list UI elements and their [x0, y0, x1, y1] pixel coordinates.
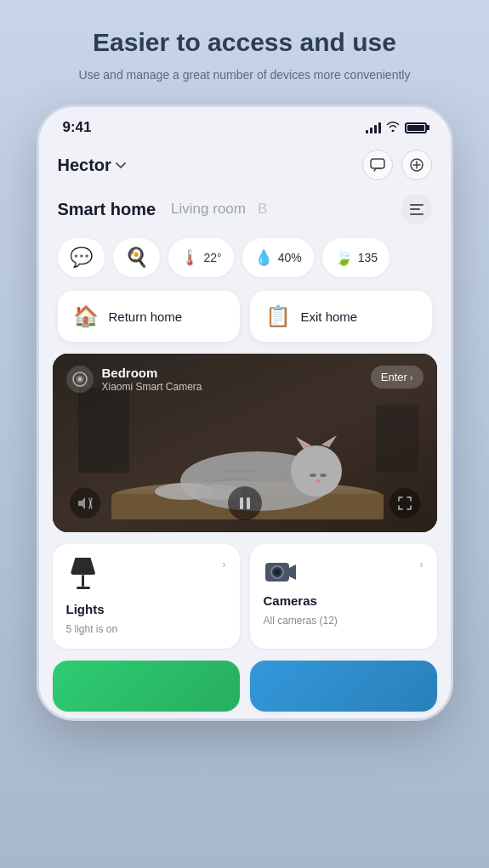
weather-pill-air[interactable]: 🍃 135	[322, 238, 389, 277]
tab-b[interactable]: B	[258, 201, 401, 218]
add-button[interactable]	[401, 150, 432, 180]
device-grid: › Lights 5 light is on › Cameras All ca	[39, 544, 451, 661]
user-name-text: Hector	[58, 156, 111, 175]
chat-bubble-icon: 💬	[70, 247, 93, 269]
status-bar: 9:41	[39, 107, 451, 143]
status-icons	[366, 121, 427, 134]
air-icon: 🍃	[334, 248, 353, 267]
tab-smart-home[interactable]: Smart home	[58, 200, 156, 219]
blue-device-card[interactable]	[250, 661, 437, 712]
camera-device-icon	[264, 558, 298, 587]
camera-avatar-icon	[66, 366, 94, 393]
message-button[interactable]	[362, 150, 393, 180]
wifi-icon	[386, 121, 400, 134]
phone-frame: 9:41 Hector	[37, 105, 453, 721]
svg-rect-0	[371, 159, 384, 168]
enter-button[interactable]: Enter ›	[371, 366, 424, 389]
lights-chevron-icon: ›	[222, 558, 225, 570]
temperature-value: 22°	[204, 251, 222, 264]
weather-pill-chat[interactable]: 💬	[58, 238, 105, 277]
lights-name: Lights	[66, 602, 226, 616]
hamburger-icon	[410, 204, 424, 215]
camera-info: Bedroom Xiaomi Smart Camera	[66, 366, 202, 393]
cooking-icon: 🍳	[125, 247, 148, 269]
weather-pill-temp[interactable]: 🌡️ 22°	[168, 238, 234, 277]
user-dropdown-icon	[116, 159, 126, 172]
fullscreen-button[interactable]	[389, 488, 420, 519]
lights-card-header: ›	[66, 558, 226, 595]
camera-card[interactable]: Bedroom Xiaomi Smart Camera Enter ›	[53, 354, 437, 532]
status-time: 9:41	[63, 119, 92, 136]
mute-button[interactable]	[70, 488, 100, 519]
svg-point-27	[275, 570, 280, 575]
cameras-card-header: ›	[264, 558, 424, 587]
lights-status: 5 light is on	[66, 623, 226, 635]
return-home-label: Return home	[109, 309, 183, 324]
return-home-button[interactable]: 🏠 Return home	[58, 291, 240, 342]
green-device-card[interactable]	[53, 661, 240, 712]
page-title: Easier to access and use	[79, 27, 411, 58]
app-header: Hector	[39, 143, 451, 189]
page-header: Easier to access and use Use and manage …	[45, 0, 445, 105]
exit-home-label: Exit home	[301, 309, 358, 324]
tab-bar: Smart home Living room B	[39, 189, 451, 233]
svg-rect-17	[376, 405, 418, 473]
battery-icon	[405, 122, 427, 133]
return-home-icon: 🏠	[73, 304, 99, 328]
tab-living-room[interactable]: Living room	[171, 201, 246, 218]
svg-point-20	[78, 377, 82, 381]
svg-rect-24	[247, 497, 250, 509]
humidity-value: 40%	[278, 251, 302, 264]
air-value: 135	[358, 251, 378, 264]
cameras-name: Cameras	[264, 593, 424, 608]
weather-row: 💬 🍳 🌡️ 22° 💧 40% 🍃 135	[39, 233, 451, 287]
humidity-icon: 💧	[254, 248, 273, 267]
camera-controls	[53, 474, 437, 532]
lights-card[interactable]: › Lights 5 light is on	[53, 544, 240, 649]
weather-pill-cooking[interactable]: 🍳	[113, 238, 160, 277]
page-subtitle: Use and manage a great number of devices…	[79, 66, 411, 84]
camera-header-overlay: Bedroom Xiaomi Smart Camera Enter ›	[53, 354, 437, 405]
cameras-card[interactable]: › Cameras All cameras (12)	[250, 544, 437, 649]
pause-button[interactable]	[228, 486, 262, 520]
weather-pill-humidity[interactable]: 💧 40%	[242, 238, 314, 277]
enter-label: Enter	[381, 371, 407, 383]
svg-rect-23	[240, 497, 243, 509]
bottom-device-grid	[39, 661, 451, 718]
signal-icon	[366, 122, 381, 133]
temperature-icon: 🌡️	[180, 248, 199, 267]
cameras-chevron-icon: ›	[419, 558, 423, 570]
user-name-container[interactable]: Hector	[58, 156, 126, 175]
action-row: 🏠 Return home 📋 Exit home	[39, 287, 451, 354]
header-actions	[362, 150, 432, 180]
menu-button[interactable]	[401, 194, 432, 224]
exit-home-icon: 📋	[265, 304, 291, 328]
exit-home-button[interactable]: 📋 Exit home	[250, 291, 432, 342]
camera-text: Bedroom Xiaomi Smart Camera	[102, 366, 202, 393]
camera-room: Bedroom	[102, 366, 202, 381]
camera-device: Xiaomi Smart Camera	[102, 381, 202, 393]
enter-chevron-icon: ›	[410, 372, 413, 383]
lamp-icon	[66, 558, 100, 595]
cameras-status: All cameras (12)	[264, 615, 424, 627]
